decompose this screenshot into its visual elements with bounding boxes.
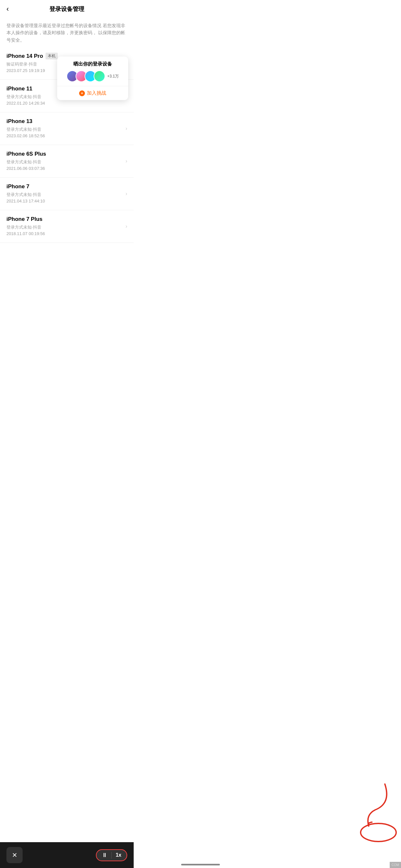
description-text: 登录设备管理显示最近登录过您帐号的设备情况 若您发现非本人操作的设备，请及时移除… [0, 16, 134, 47]
popup-action-label: 加入挑战 [87, 90, 106, 96]
device-meta-line1-6: 登录方式未知·抖音 [6, 224, 122, 230]
device-badge-1: 本机 [45, 53, 58, 59]
device-name-label-1: iPhone 14 Pro [6, 53, 43, 59]
device-info-3: iPhone 13 登录方式未知·抖音 2023.02.06 18:52:56 [6, 118, 122, 139]
device-meta-5: 登录方式未知·抖音 2021.04.13 17:44:10 [6, 191, 122, 204]
participant-count: +3.1万 [107, 73, 119, 79]
header: ‹ 登录设备管理 [0, 0, 134, 16]
device-list: iPhone 14 Pro 本机 验证码登录·抖音 2023.07.25 19:… [0, 47, 134, 243]
device-meta-line1-3: 登录方式未知·抖音 [6, 126, 122, 133]
device-meta-line2-6: 2018.11.07 00:19:56 [6, 230, 122, 237]
device-meta-line2-4: 2021.06.06 03:07:36 [6, 165, 122, 172]
device-meta-3: 登录方式未知·抖音 2023.02.06 18:52:56 [6, 126, 122, 139]
popup-card: 晒出你的登录设备 +3.1万 + 加入挑战 [57, 57, 128, 100]
device-meta-line1-5: 登录方式未知·抖音 [6, 191, 122, 198]
device-info-4: iPhone 6S Plus 登录方式未知·抖音 2021.06.06 03:0… [6, 151, 122, 172]
device-info-5: iPhone 7 登录方式未知·抖音 2021.04.13 17:44:10 [6, 183, 122, 204]
device-item-4[interactable]: iPhone 6S Plus 登录方式未知·抖音 2021.06.06 03:0… [0, 145, 134, 178]
chevron-icon-4: › [126, 158, 127, 164]
device-item-3[interactable]: iPhone 13 登录方式未知·抖音 2023.02.06 18:52:56 … [0, 113, 134, 145]
device-item-1[interactable]: iPhone 14 Pro 本机 验证码登录·抖音 2023.07.25 19:… [0, 47, 134, 80]
plus-icon: + [79, 90, 85, 96]
device-meta-line1-4: 登录方式未知·抖音 [6, 159, 122, 165]
back-button[interactable]: ‹ [6, 5, 9, 13]
device-name-row-6: iPhone 7 Plus [6, 216, 122, 222]
device-meta-line2-2: 2022.01.20 14:26:34 [6, 100, 122, 106]
device-name-row-4: iPhone 6S Plus [6, 151, 122, 157]
device-item-6[interactable]: iPhone 7 Plus 登录方式未知·抖音 2018.11.07 00:19… [0, 210, 134, 243]
popup-title: 晒出你的登录设备 [57, 57, 128, 70]
device-name-label-2: iPhone 11 [6, 86, 32, 92]
device-meta-line2-3: 2023.02.06 18:52:56 [6, 133, 122, 139]
device-name-row-5: iPhone 7 [6, 183, 122, 190]
popup-action-button[interactable]: + 加入挑战 [57, 86, 128, 100]
chevron-icon-5: › [126, 191, 127, 197]
device-meta-line2-5: 2021.04.13 17:44:10 [6, 198, 122, 205]
device-item-5[interactable]: iPhone 7 登录方式未知·抖音 2021.04.13 17:44:10 › [0, 178, 134, 210]
chevron-icon-6: › [126, 223, 127, 229]
device-name-label-6: iPhone 7 Plus [6, 216, 42, 222]
chevron-icon-3: › [126, 126, 127, 131]
popup-avatars: +3.1万 [57, 70, 128, 86]
page-title: 登录设备管理 [50, 5, 84, 13]
device-name-row-3: iPhone 13 [6, 118, 122, 125]
device-meta-6: 登录方式未知·抖音 2018.11.07 00:19:56 [6, 224, 122, 237]
device-meta-4: 登录方式未知·抖音 2021.06.06 03:07:36 [6, 159, 122, 172]
device-name-label-3: iPhone 13 [6, 118, 32, 125]
device-name-label-4: iPhone 6S Plus [6, 151, 46, 157]
device-name-label-5: iPhone 7 [6, 183, 29, 190]
avatar-4 [94, 70, 105, 82]
device-info-6: iPhone 7 Plus 登录方式未知·抖音 2018.11.07 00:19… [6, 216, 122, 237]
